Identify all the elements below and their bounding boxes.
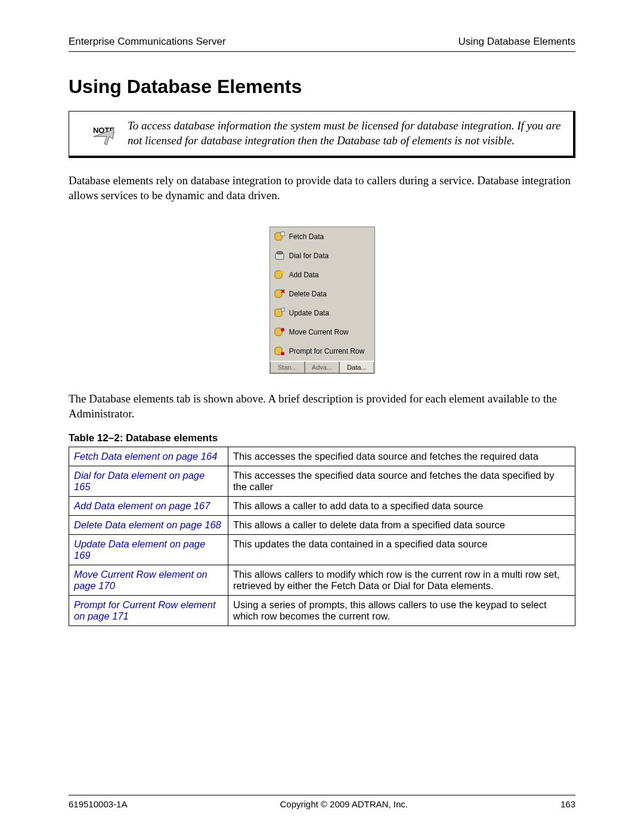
header-right: Using Database Elements [458,36,575,48]
table-row: Update Data element on page 169This upda… [69,534,575,565]
database-prompt-icon [274,345,286,357]
footer-center: Copyright © 2009 ADTRAN, Inc. [280,799,407,809]
database-update-icon [274,307,286,319]
panel-item-move-current-row[interactable]: Move Current Row [270,323,374,342]
note-callout: NOTE To access database information the … [69,111,575,158]
table-desc: This allows a caller to add data to a sp… [228,496,575,515]
panel-tabs: Stan... Adva... Data... [270,361,374,373]
note-icon: NOTE [80,119,128,148]
panel-item-label: Delete Data [289,290,327,298]
table-desc: This allows callers to modify which row … [228,565,575,595]
table-row: Prompt for Current Row element on page 1… [69,595,575,625]
table-desc: This updates the data contained in a spe… [228,534,575,565]
database-icon [274,231,286,243]
tab-database[interactable]: Data... [339,361,374,373]
table-link[interactable]: Fetch Data element on page 164 [69,447,228,466]
svg-rect-9 [281,308,284,311]
table-link[interactable]: Add Data element on page 167 [69,496,228,515]
table-row: Dial for Data element on page 165This ac… [69,466,575,496]
footer-right: 163 [561,799,575,809]
after-panel-paragraph: The Database elements tab is shown above… [69,392,575,421]
panel-item-label: Dial for Data [289,252,329,260]
svg-point-6 [281,270,284,274]
table-row: Add Data element on page 167This allows … [69,496,575,515]
page-title: Using Database Elements [69,76,575,98]
table-desc: This accesses the specified data source … [228,447,575,466]
table-row: Fetch Data element on page 164This acces… [69,447,575,466]
panel-item-delete-data[interactable]: Delete Data [270,284,374,304]
svg-rect-2 [281,232,284,236]
tab-standard[interactable]: Stan... [270,361,305,373]
table-link[interactable]: Prompt for Current Row element on page 1… [69,595,228,625]
panel-item-label: Update Data [289,309,329,317]
table-caption: Table 12–2: Database elements [69,432,575,444]
database-add-icon [274,269,286,281]
page-footer: 619510003-1A Copyright © 2009 ADTRAN, In… [69,795,575,809]
panel-item-update-data[interactable]: Update Data [270,304,374,323]
panel-item-label: Move Current Row [289,328,349,336]
elements-panel: Fetch Data Dial for Data Add Data Delete… [270,227,375,374]
table-desc: This accesses the specified data source … [228,466,575,496]
table-row: Delete Data element on page 168This allo… [69,515,575,534]
database-delete-icon [274,288,286,300]
svg-rect-4 [277,252,283,254]
panel-item-fetch-data[interactable]: Fetch Data [270,227,374,246]
table-link[interactable]: Delete Data element on page 168 [69,515,228,534]
database-move-icon [274,326,286,338]
panel-item-add-data[interactable]: Add Data [270,265,374,284]
table-desc: Using a series of prompts, this allows c… [228,595,575,625]
panel-item-label: Add Data [289,271,319,279]
header-left: Enterprise Communications Server [69,36,226,48]
intro-paragraph: Database elements rely on database integ… [69,174,575,203]
tab-advanced[interactable]: Adva... [305,361,339,373]
panel-item-prompt-current-row[interactable]: Prompt for Current Row [270,342,374,361]
svg-point-13 [281,352,284,355]
footer-left: 619510003-1A [69,799,127,809]
panel-item-label: Prompt for Current Row [289,347,365,355]
table-row: Move Current Row element on page 170This… [69,565,575,595]
phone-icon [274,250,286,262]
table-link[interactable]: Dial for Data element on page 165 [69,466,228,496]
table-link[interactable]: Update Data element on page 169 [69,534,228,565]
panel-item-label: Fetch Data [289,233,324,241]
table-link[interactable]: Move Current Row element on page 170 [69,565,228,595]
page-header: Enterprise Communications Server Using D… [69,36,575,52]
panel-item-dial-for-data[interactable]: Dial for Data [270,246,374,265]
table-desc: This allows a caller to delete data from… [228,515,575,534]
svg-point-11 [281,328,284,332]
note-text: To access database information the syste… [128,119,562,148]
database-elements-table: Fetch Data element on page 164This acces… [69,447,575,626]
